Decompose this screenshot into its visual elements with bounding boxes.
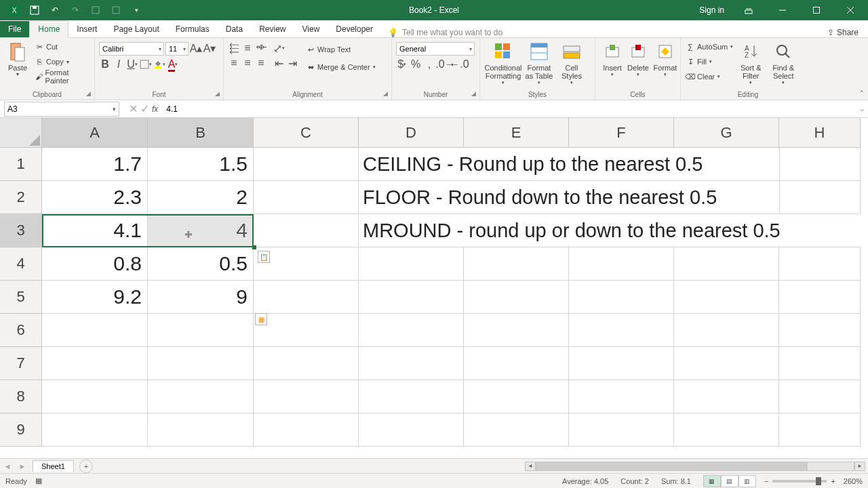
- insert-cells-button[interactable]: Insert▾: [599, 39, 625, 79]
- spreadsheet-grid[interactable]: A B C D E F G H 1 2 3 4 5 6 7 8 9 1.7 1.…: [0, 118, 868, 458]
- cell-C5[interactable]: [254, 281, 359, 314]
- zoom-slider-knob[interactable]: [816, 477, 821, 485]
- increase-indent-icon[interactable]: ⇥: [286, 57, 298, 69]
- signin-link[interactable]: Sign in: [694, 5, 730, 15]
- dialog-launcher-icon[interactable]: ◢: [84, 89, 92, 98]
- wrap-text-button[interactable]: ↩Wrap Text: [305, 42, 376, 57]
- col-header-A[interactable]: A: [42, 118, 148, 148]
- paste-options-icon[interactable]: 📋: [258, 251, 270, 263]
- font-name-combo[interactable]: Calibri: [99, 42, 164, 56]
- paste-button[interactable]: Paste▾: [4, 39, 31, 79]
- border-button[interactable]: ▾: [140, 58, 152, 70]
- cell-B6[interactable]: [148, 314, 254, 347]
- tab-home[interactable]: Home: [29, 20, 68, 38]
- zoom-out-button[interactable]: −: [764, 477, 768, 485]
- fill-handle[interactable]: [252, 245, 256, 249]
- cell-G6[interactable]: [674, 314, 779, 347]
- qat-customize-icon[interactable]: ▾: [127, 2, 145, 18]
- cell-F4[interactable]: [569, 247, 674, 281]
- decrease-indent-icon[interactable]: ⇤: [273, 57, 285, 69]
- collapse-ribbon-icon[interactable]: ˄: [860, 89, 864, 98]
- cell-C9[interactable]: [254, 413, 359, 447]
- dialog-launcher-icon[interactable]: ◢: [213, 89, 221, 98]
- cell-G8[interactable]: [674, 380, 779, 413]
- cell-A3[interactable]: 4.1: [42, 214, 148, 247]
- align-right-icon[interactable]: ≡: [255, 57, 267, 69]
- enter-formula-icon[interactable]: ✓: [140, 102, 149, 115]
- add-sheet-button[interactable]: +: [79, 460, 93, 473]
- increase-font-icon[interactable]: A▴: [190, 42, 202, 54]
- cell-G4[interactable]: [674, 247, 779, 281]
- format-painter-button[interactable]: 🖌Format Painter: [34, 69, 90, 84]
- cell-H5[interactable]: [779, 281, 861, 314]
- zoom-slider[interactable]: [772, 480, 827, 483]
- align-bottom-icon[interactable]: ⬲: [255, 42, 267, 54]
- horizontal-scrollbar[interactable]: [536, 462, 854, 471]
- autosum-button[interactable]: ∑AutoSum▾: [685, 39, 733, 54]
- cell-B4[interactable]: 0.5: [148, 247, 254, 281]
- cell-E6[interactable]: [464, 314, 569, 347]
- sheet-tab[interactable]: Sheet1: [33, 460, 74, 472]
- formula-input[interactable]: 4.1: [163, 103, 856, 115]
- fx-icon[interactable]: fx: [152, 104, 158, 114]
- hscroll-right-icon[interactable]: ►: [854, 462, 865, 471]
- cell-G5[interactable]: [674, 281, 779, 314]
- number-format-combo[interactable]: General: [396, 42, 475, 56]
- minimize-button[interactable]: [768, 0, 797, 20]
- cell-F9[interactable]: [569, 413, 674, 447]
- tab-insert[interactable]: Insert: [68, 21, 105, 37]
- cell-C3[interactable]: [254, 214, 359, 247]
- cell-F5[interactable]: [569, 281, 674, 314]
- copy-button[interactable]: ⎘Copy▾: [34, 54, 90, 69]
- col-header-B[interactable]: B: [148, 118, 254, 148]
- tab-view[interactable]: View: [294, 21, 328, 37]
- cell-H7[interactable]: [779, 347, 861, 380]
- cell-A1[interactable]: 1.7: [42, 148, 148, 181]
- cell-A6[interactable]: [42, 314, 148, 347]
- align-middle-icon[interactable]: ≡: [241, 42, 254, 54]
- close-button[interactable]: [835, 0, 865, 20]
- row-header-5[interactable]: 5: [0, 281, 42, 314]
- cell-D6[interactable]: [359, 314, 464, 347]
- cell-D4[interactable]: [359, 247, 464, 281]
- qat-btn[interactable]: [87, 2, 104, 18]
- cell-C7[interactable]: [254, 347, 359, 380]
- page-break-view-icon[interactable]: ▥: [738, 475, 756, 487]
- cell-H4[interactable]: [779, 247, 861, 281]
- cell-A7[interactable]: [42, 347, 148, 380]
- comma-format-icon[interactable]: ,: [423, 58, 435, 70]
- row-header-4[interactable]: 4: [0, 247, 42, 281]
- cell-H9[interactable]: [779, 413, 861, 447]
- cell-D3[interactable]: MROUND - round up or down to the nearest…: [359, 214, 861, 247]
- save-icon[interactable]: [26, 2, 43, 18]
- sheet-nav-prev-icon[interactable]: ◄: [0, 462, 15, 470]
- italic-button[interactable]: I: [113, 58, 125, 70]
- decrease-decimal-icon[interactable]: ←.0: [453, 58, 465, 70]
- cell-E8[interactable]: [464, 380, 569, 413]
- align-center-icon[interactable]: ≡: [241, 57, 254, 69]
- conditional-formatting-button[interactable]: Conditional Formatting▾: [484, 39, 522, 87]
- accounting-format-icon[interactable]: $▾: [396, 58, 408, 70]
- cell-F6[interactable]: [569, 314, 674, 347]
- cell-A8[interactable]: [42, 380, 148, 413]
- underline-button[interactable]: U▾: [126, 58, 138, 70]
- hscroll-thumb[interactable]: [536, 462, 808, 470]
- cell-H1[interactable]: [779, 148, 861, 181]
- cell-C8[interactable]: [254, 380, 359, 413]
- tab-developer[interactable]: Developer: [328, 21, 381, 37]
- row-header-6[interactable]: 6: [0, 314, 42, 347]
- tell-me-search[interactable]: 💡Tell me what you want to do: [388, 28, 818, 37]
- tab-formulas[interactable]: Formulas: [167, 21, 218, 37]
- cell-E7[interactable]: [464, 347, 569, 380]
- decrease-font-icon[interactable]: A▾: [203, 42, 216, 54]
- sheet-nav-next-icon[interactable]: ►: [15, 462, 30, 470]
- fill-button[interactable]: ↧Fill▾: [685, 54, 733, 69]
- row-header-8[interactable]: 8: [0, 380, 42, 413]
- row-header-3[interactable]: 3: [0, 214, 42, 247]
- delete-cells-button[interactable]: Delete▾: [625, 39, 651, 79]
- zoom-level[interactable]: 260%: [844, 477, 863, 485]
- tab-review[interactable]: Review: [251, 21, 294, 37]
- cell-D5[interactable]: [359, 281, 464, 314]
- cell-D1[interactable]: CEILING - Round up to the nearest 0.5: [359, 148, 779, 181]
- autofill-options-icon[interactable]: ▦: [255, 313, 267, 325]
